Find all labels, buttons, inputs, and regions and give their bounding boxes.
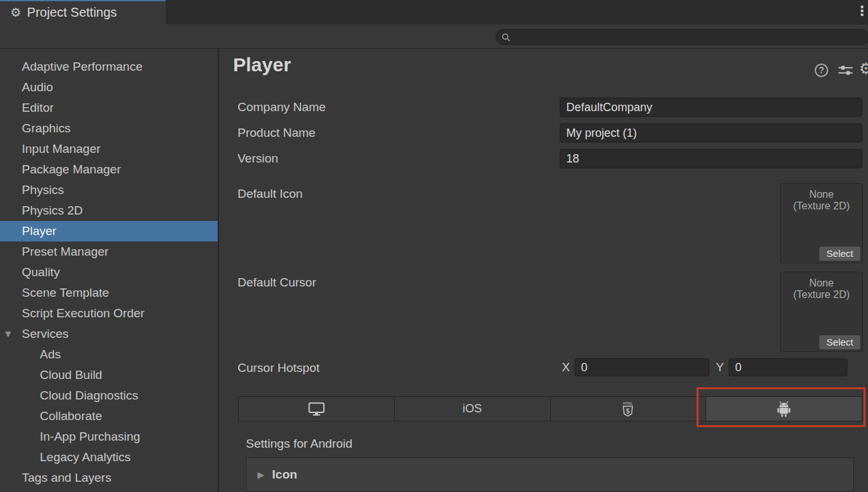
sidebar-item-preset-manager[interactable]: Preset Manager bbox=[0, 242, 218, 262]
company-name-label: Company Name bbox=[238, 98, 326, 117]
foldout-closed-icon: ▶ bbox=[257, 470, 265, 480]
tab-project-settings[interactable]: ⚙ Project Settings bbox=[0, 0, 166, 24]
tab-standalone[interactable] bbox=[239, 397, 395, 421]
android-icon bbox=[776, 401, 792, 417]
cursor-hotspot-label: Cursor Hotspot bbox=[238, 358, 320, 378]
sidebar-item-physics[interactable]: Physics bbox=[0, 180, 218, 200]
sidebar-item-legacy-analytics[interactable]: Legacy Analytics bbox=[0, 447, 218, 468]
sidebar-item-package-manager[interactable]: Package Manager bbox=[0, 159, 218, 180]
sidebar-item-scene-template[interactable]: Scene Template bbox=[0, 283, 218, 303]
sidebar-item-services[interactable]: ▼ Services bbox=[0, 324, 218, 344]
svg-text:5: 5 bbox=[627, 407, 630, 414]
default-icon-object-field[interactable]: None (Texture 2D) Select bbox=[780, 183, 863, 263]
kebab-menu-icon[interactable]: ⋮ bbox=[855, 3, 867, 19]
sidebar-item-quality[interactable]: Quality bbox=[0, 262, 218, 283]
preset-sliders-icon[interactable] bbox=[838, 66, 853, 78]
version-label: Version bbox=[238, 149, 278, 168]
hotspot-y-label: Y bbox=[716, 358, 724, 376]
project-settings-window: ⚙ Project Settings ⋮ Adaptive Performanc… bbox=[0, 0, 868, 492]
settings-gear-icon: ⚙ bbox=[10, 5, 21, 19]
sidebar-item-collaborate[interactable]: Collaborate bbox=[0, 406, 218, 426]
settings-for-platform-header: Settings for Android bbox=[246, 434, 352, 453]
sidebar-item-audio[interactable]: Audio bbox=[0, 77, 218, 98]
default-icon-value: None bbox=[781, 189, 862, 200]
hotspot-y-field[interactable]: 0 bbox=[729, 358, 847, 376]
icon-foldout-label: Icon bbox=[272, 468, 297, 482]
sidebar-item-ads[interactable]: Ads bbox=[0, 344, 218, 365]
toolbar bbox=[0, 24, 868, 49]
sidebar-item-tags-and-layers[interactable]: Tags and Layers bbox=[0, 468, 218, 488]
foldout-open-icon[interactable]: ▼ bbox=[5, 324, 11, 344]
platform-tab-bar: iOS HTML 5 bbox=[238, 396, 862, 421]
search-input[interactable] bbox=[496, 29, 868, 45]
help-icon[interactable]: ? bbox=[815, 64, 828, 77]
product-name-field[interactable]: My project (1) bbox=[560, 123, 862, 143]
default-cursor-value: None bbox=[781, 277, 862, 289]
sidebar-item-input-manager[interactable]: Input Manager bbox=[0, 139, 218, 159]
hotspot-x-label: X bbox=[562, 358, 570, 376]
window-title: Project Settings bbox=[27, 5, 117, 20]
company-name-field[interactable]: DefaultCompany bbox=[560, 98, 862, 117]
icon-foldout[interactable]: ▶ Icon bbox=[246, 457, 854, 492]
sidebar-item-editor[interactable]: Editor bbox=[0, 98, 218, 118]
monitor-icon bbox=[308, 402, 325, 416]
svg-text:HTML: HTML bbox=[623, 401, 633, 405]
sidebar-item-cloud-build[interactable]: Cloud Build bbox=[0, 365, 218, 385]
default-icon-select-button[interactable]: Select bbox=[819, 247, 860, 261]
search-icon bbox=[501, 33, 510, 42]
default-cursor-select-button[interactable]: Select bbox=[819, 335, 860, 349]
page-title: Player bbox=[233, 54, 291, 76]
settings-category-list: Adaptive Performance Audio Editor Graphi… bbox=[0, 49, 219, 492]
player-settings-panel: Player ? ⚙ Company Name DefaultCompany P… bbox=[220, 49, 868, 492]
html5-icon: HTML 5 bbox=[621, 401, 634, 417]
sidebar-item-cloud-diagnostics[interactable]: Cloud Diagnostics bbox=[0, 385, 218, 406]
default-icon-label: Default Icon bbox=[238, 184, 302, 204]
tab-android[interactable] bbox=[706, 397, 862, 421]
tab-ios[interactable]: iOS bbox=[395, 397, 551, 421]
tab-webgl[interactable]: HTML 5 bbox=[551, 397, 707, 421]
product-name-label: Product Name bbox=[238, 123, 315, 143]
sidebar-item-textmesh-pro[interactable]: TextMesh Pro bbox=[0, 488, 218, 492]
version-field[interactable]: 18 bbox=[560, 149, 862, 168]
sidebar-item-adaptive-performance[interactable]: Adaptive Performance bbox=[0, 57, 218, 77]
default-cursor-object-field[interactable]: None (Texture 2D) Select bbox=[780, 272, 863, 352]
sidebar-item-in-app-purchasing[interactable]: In-App Purchasing bbox=[0, 426, 218, 447]
sidebar-item-graphics[interactable]: Graphics bbox=[0, 118, 218, 139]
hotspot-x-field[interactable]: 0 bbox=[575, 358, 709, 376]
sidebar-item-physics-2d[interactable]: Physics 2D bbox=[0, 200, 218, 221]
sidebar-item-player[interactable]: Player bbox=[0, 221, 218, 242]
sidebar-item-script-execution-order[interactable]: Script Execution Order bbox=[0, 303, 218, 324]
default-cursor-label: Default Cursor bbox=[238, 273, 317, 292]
panel-gear-icon[interactable]: ⚙ bbox=[859, 60, 868, 78]
title-bar: ⚙ Project Settings ⋮ bbox=[0, 0, 868, 24]
